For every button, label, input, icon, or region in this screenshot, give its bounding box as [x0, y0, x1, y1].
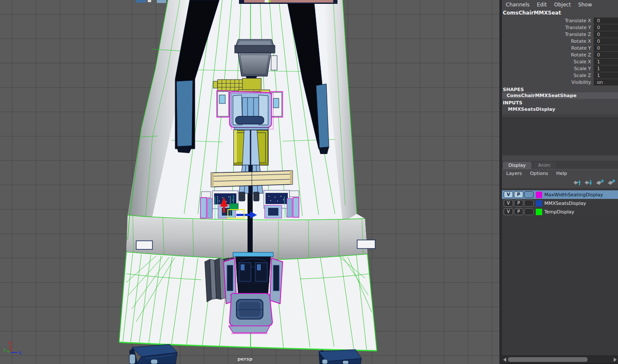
- axis-x-label: x: [9, 340, 12, 345]
- channel-row: Translate Z0: [502, 31, 618, 38]
- layer-displaytype-toggle[interactable]: [524, 208, 534, 215]
- channel-label: Rotate Z: [502, 52, 594, 58]
- menu-object[interactable]: Object: [554, 2, 571, 8]
- center-pole-lower: [248, 186, 253, 256]
- channel-row: Rotate Z0: [502, 51, 618, 58]
- layer-visibility-toggle[interactable]: V: [504, 200, 513, 207]
- channel-row: Visibilityon: [502, 79, 618, 86]
- inputs-header: INPUTS: [502, 99, 618, 106]
- new-layer-from-selected-icon[interactable]: [607, 179, 615, 186]
- channel-value-field[interactable]: 0: [594, 31, 618, 38]
- layer-playback-toggle[interactable]: P: [514, 191, 523, 198]
- maya-window: { "viewport": { "camera_label": "persp",…: [0, 0, 618, 364]
- channel-value-field[interactable]: 1: [594, 59, 618, 65]
- channel-value-field[interactable]: 0: [594, 38, 618, 44]
- move-layer-up-icon[interactable]: [573, 179, 581, 186]
- layer-row-tempdisplay[interactable]: V P TempDisplay: [502, 207, 618, 216]
- band-hatch-left: [136, 241, 152, 249]
- input-node-row[interactable]: MMXSeatsDisplay: [502, 106, 618, 112]
- navy-chair-left[interactable]: [129, 344, 177, 364]
- selected-object-name[interactable]: ComsChairMMXSeat: [502, 9, 618, 17]
- channel-value-field[interactable]: 1: [594, 72, 618, 79]
- channel-value-field[interactable]: 1: [594, 65, 618, 72]
- new-empty-layer-icon[interactable]: [595, 179, 604, 186]
- layer-playback-toggle[interactable]: P: [514, 200, 523, 207]
- channel-row: Rotate X0: [502, 38, 618, 44]
- channel-label: Scale Z: [502, 73, 594, 78]
- channel-value-field[interactable]: on: [594, 79, 618, 86]
- menu-layers[interactable]: Layers: [506, 171, 522, 176]
- layer-visibility-toggle[interactable]: V: [504, 191, 513, 198]
- menu-edit[interactable]: Edit: [537, 2, 547, 8]
- channel-box-empty-area: [502, 118, 618, 155]
- scroll-left-arrow-icon[interactable]: [503, 358, 506, 362]
- channel-row: Scale X1: [502, 58, 618, 65]
- channel-label: Visibility: [502, 80, 594, 85]
- scroll-right-arrow-icon[interactable]: [614, 358, 617, 362]
- layer-color-swatch[interactable]: [536, 209, 542, 215]
- tab-anim[interactable]: Anim: [533, 162, 556, 169]
- layer-visibility-toggle[interactable]: V: [504, 208, 513, 215]
- menu-channels[interactable]: Channels: [506, 2, 530, 8]
- channel-box-menubar: Channels Edit Object Show: [502, 0, 618, 9]
- menu-options[interactable]: Options: [530, 171, 548, 176]
- channel-box-fade: [502, 112, 618, 118]
- channel-value-field[interactable]: 0: [594, 52, 618, 58]
- channel-value-field[interactable]: 0: [594, 24, 618, 31]
- channel-row: Scale Y1: [502, 65, 618, 72]
- manipulator-center[interactable]: [230, 204, 238, 210]
- section-gap: [502, 155, 618, 161]
- channel-value-field[interactable]: 0: [594, 18, 618, 24]
- layer-row-maxwidthseatingdisplay[interactable]: V P MaxWidthSeatingDisplay: [502, 190, 618, 199]
- channel-row: Translate X0: [502, 17, 618, 24]
- layer-name[interactable]: TempDisplay: [544, 209, 574, 215]
- channel-label: Translate Z: [502, 32, 594, 37]
- layer-editor-menubar: Layers Options Help: [502, 169, 618, 177]
- navy-chair-right[interactable]: [319, 349, 361, 364]
- scrollbar-thumb[interactable]: [508, 357, 588, 362]
- viewport-persp[interactable]: x y z persp: [0, 0, 499, 364]
- layer-playback-toggle[interactable]: P: [514, 208, 523, 215]
- layer-name[interactable]: MMXSeatsDisplay: [544, 201, 586, 206]
- layer-row-mmxseatsdisplay[interactable]: V P MMXSeatsDisplay: [502, 199, 618, 207]
- layer-editor-tabs: Display Anim: [502, 161, 618, 169]
- channel-label: Scale Y: [502, 66, 594, 71]
- channel-value-field[interactable]: 0: [594, 45, 618, 51]
- layer-list-empty-area: [502, 216, 618, 355]
- scene-canvas[interactable]: x y z persp: [0, 0, 499, 364]
- channel-label: Rotate Y: [502, 45, 594, 51]
- layer-displaytype-toggle[interactable]: [524, 191, 534, 198]
- shapes-header: SHAPES: [502, 86, 618, 92]
- tab-display[interactable]: Display: [503, 162, 531, 169]
- channel-label: Rotate X: [502, 38, 594, 44]
- layer-displaytype-toggle[interactable]: [524, 200, 534, 207]
- layer-name[interactable]: MaxWidthSeatingDisplay: [544, 192, 603, 198]
- band-hatch-right: [357, 240, 375, 249]
- shape-node-row[interactable]: ComsChairMMXSeatShape: [502, 92, 618, 99]
- channel-row: Scale Z1: [502, 72, 618, 79]
- channel-label: Scale X: [502, 59, 594, 65]
- channel-row: Rotate Y0: [502, 44, 618, 51]
- layer-list: V P MaxWidthSeatingDisplay V P MMXSeatsD…: [502, 188, 618, 216]
- axis-y-label: y: [3, 348, 6, 352]
- channel-label: Translate Y: [502, 25, 594, 30]
- menu-help[interactable]: Help: [556, 171, 567, 176]
- channel-list: Translate X0 Translate Y0 Translate Z0 R…: [502, 17, 618, 86]
- axis-z-label: z: [19, 350, 21, 355]
- menu-show[interactable]: Show: [578, 2, 592, 8]
- layer-horizontal-scrollbar[interactable]: [502, 355, 618, 363]
- camera-label: persp: [237, 356, 252, 362]
- layer-toolbar: [502, 177, 618, 188]
- layer-color-swatch[interactable]: [536, 192, 542, 198]
- view-axis-gizmo: x y z: [3, 340, 21, 355]
- move-layer-down-icon[interactable]: [584, 179, 592, 186]
- channel-box-layer-editor: Channels Edit Object Show ComsChairMMXSe…: [502, 0, 618, 364]
- layer-color-swatch[interactable]: [536, 200, 542, 207]
- channel-label: Translate X: [502, 18, 594, 24]
- channel-row: Translate Y0: [502, 24, 618, 31]
